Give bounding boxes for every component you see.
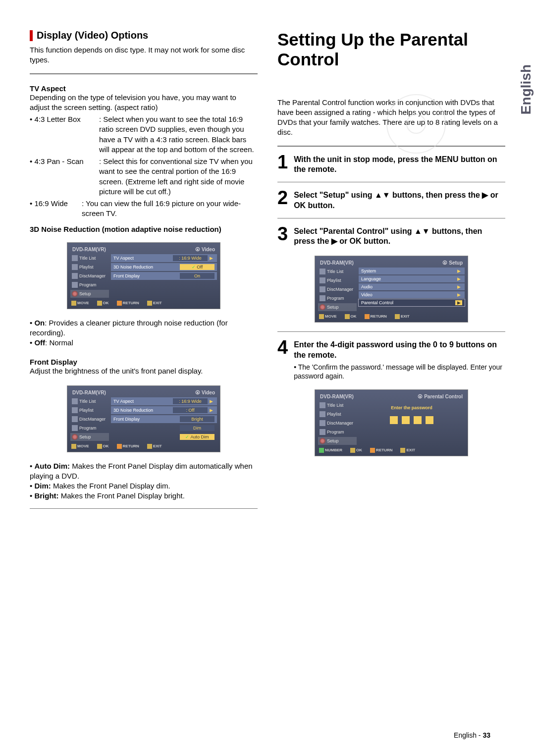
password-digit [402,416,410,424]
playlist-icon [320,411,325,417]
title-list-icon [72,398,78,404]
divider [277,331,505,332]
divider [277,218,505,218]
osd-sidebar-program: Program [79,426,97,431]
osd-sidebar-setup: Setup [79,434,91,439]
ok-key-icon [97,301,102,306]
osd-row-3d-nr: 3D Noise Reduction [113,265,180,270]
osd-row-system: System [361,269,455,273]
osd-sidebar-playlist: Playlist [327,278,341,283]
section-intro: This function depends on disc type. It m… [30,45,258,65]
osd-val-off: : Off [173,407,208,413]
nr-off-line: • Off: Normal [30,338,258,348]
osd-sidebar-program: Program [327,296,344,301]
right-column: Setting Up the Parental Control The Pare… [277,30,505,516]
osd-return: RETURN [376,448,392,452]
osd-ok: OK [103,301,109,305]
setup-icon [320,304,325,310]
tv-aspect-wide-desc: : You can view the full 16:9 picture on … [82,199,258,219]
osd-move: MOVE [77,444,89,448]
program-icon [320,295,325,301]
tv-aspect-intro: Depending on the type of television you … [30,93,258,113]
right-arrow-icon: ▶ [455,284,462,289]
divider [30,508,258,509]
right-arrow-icon: ▶ [455,269,462,273]
osd-sidebar-disc-manager: DiscManager [79,273,106,278]
osd-video-noise-reduction: DVD-RAM(VR)⦿ Video Title List Playlist D… [67,242,220,309]
right-arrow-icon: ▶ [455,276,462,281]
exit-key-icon [400,448,405,453]
osd-return: RETURN [371,314,387,319]
divider [277,146,505,147]
ok-key-icon [97,444,102,449]
osd-val-bright: Bright [180,416,214,422]
tv-aspect-letterbox-label: • 4:3 Letter Box [30,114,99,155]
osd-row-parental-control: Parental Control [361,300,455,305]
osd-row-language: Language [361,276,455,281]
password-digit [414,416,422,424]
language-tab: English [518,64,534,114]
osd-device: DVD-RAM(VR) [320,394,354,399]
right-arrow-icon: ▶ [208,408,214,413]
osd-val-on: On [180,273,214,279]
title-list-icon [72,255,78,261]
osd-val-auto-dim: Auto Dim [180,434,214,440]
page-title: Setting Up the Parental Control [277,30,505,70]
osd-ok: OK [103,444,109,448]
divider [277,182,505,182]
right-arrow-icon: ▶ [455,300,462,305]
return-key-icon [117,301,122,306]
right-arrow-icon: ▶ [208,256,214,261]
step-text: Select "Parental Control" using ▲▼ butto… [294,225,505,247]
return-key-icon [370,448,375,453]
osd-sidebar-title-list: Title List [79,256,96,261]
osd-sidebar-disc-manager: DiscManager [327,287,353,292]
osd-password-prompt: Enter the password [359,405,465,410]
osd-sidebar-playlist: Playlist [79,265,94,270]
osd-return: RETURN [123,444,139,448]
section-accent [30,30,33,41]
page-number: English - 33 [454,731,490,739]
right-arrow-icon: ▶ [208,399,214,404]
osd-val-off: Off [180,264,214,270]
move-key-icon [71,301,76,306]
password-digit [426,416,433,424]
setup-icon [72,434,78,440]
osd-row-audio: Audio [361,284,455,289]
fd-bright-line: • Bright: Makes the Front Panel Display … [30,491,258,501]
disc-manager-icon [72,416,78,422]
step-2: 2 Select "Setup" using ▲▼ buttons, then … [277,189,505,211]
move-key-icon [71,444,76,449]
tv-aspect-heading: TV Aspect [30,84,258,93]
osd-ok: OK [356,448,362,452]
setup-icon [72,291,78,297]
osd-return: RETURN [123,301,139,305]
osd-sidebar-program: Program [79,282,97,287]
return-key-icon [117,444,122,449]
section-title: Display (Video) Options [37,30,148,41]
osd-crumb: Parental Control [424,394,463,399]
step-number: 4 [277,339,288,380]
playlist-icon [320,277,325,283]
osd-exit: EXIT [401,314,410,319]
disc-manager-icon [320,286,325,292]
step-text: Select "Setup" using ▲▼ buttons, then pr… [294,189,505,211]
password-boxes [359,416,465,424]
exit-key-icon [147,301,152,306]
step-3: 3 Select "Parental Control" using ▲▼ but… [277,225,505,247]
step-text: With the unit in stop mode, press the ME… [294,154,505,175]
exit-key-icon [147,444,152,449]
osd-sidebar-setup: Setup [79,291,91,296]
osd-device: DVD-RAM(VR) [320,260,354,266]
osd-sidebar-program: Program [327,430,344,434]
nr-on-line: • On: Provides a cleaner picture through… [30,318,258,338]
ok-key-icon [350,448,355,453]
osd-sidebar-setup: Setup [327,305,339,310]
osd-crumb: Setup [449,260,463,266]
osd-device: DVD-RAM(VR) [72,247,106,252]
move-key-icon [319,314,324,319]
step-number: 3 [277,225,288,247]
return-key-icon [365,314,370,319]
number-key-icon [319,448,324,453]
osd-parental-password: DVD-RAM(VR)⦿ Parental Control Title List… [315,389,468,456]
